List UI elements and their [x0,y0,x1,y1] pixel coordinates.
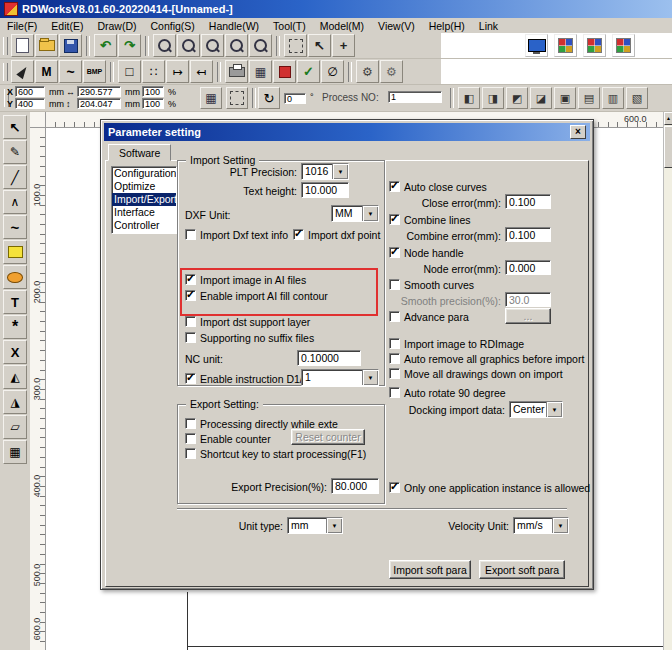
x-position-field[interactable]: 290.577 [77,86,121,97]
save-file-icon[interactable] [59,34,82,57]
layer-colors-icon-3[interactable] [612,34,635,57]
redo-icon[interactable]: ↷ [118,34,141,57]
check-data-icon[interactable]: ✓ [297,60,320,83]
nc-unit-field[interactable]: 0.10000 [297,350,361,366]
export-precision-field[interactable]: 80.000 [331,478,379,494]
dropdown-arrow-icon[interactable]: ▼ [362,370,378,385]
zoom-window-icon[interactable] [201,34,224,57]
checkbox-shortcut-f1[interactable]: Shortcut key to start processing(F1) [185,447,366,460]
nav-item-configuration[interactable]: Configuration [112,167,176,180]
scroll-up-icon[interactable]: ▲ [664,112,672,125]
dropdown-arrow-icon[interactable]: ▼ [326,518,342,533]
text-style-icon[interactable]: M [35,60,58,83]
checkbox-import-dxf-text[interactable]: Import Dxf text info [185,228,288,241]
print-icon[interactable] [225,60,248,83]
line-tool[interactable]: ╱ [3,165,27,189]
node-error-field[interactable]: 0.000 [505,260,551,275]
checkbox-import-image-ai[interactable]: Import image in AI files [185,273,306,286]
zoom-in-icon[interactable] [177,34,200,57]
zoom-out-icon[interactable] [153,34,176,57]
scrollbar-thumb[interactable] [664,126,672,168]
dropdown-arrow-icon[interactable]: ▼ [362,206,378,221]
unit-type-select[interactable]: mm ▼ [287,517,343,534]
rotate-icon[interactable]: ↻ [258,87,280,109]
rect-outline-icon[interactable]: □ [118,60,141,83]
bmp-tool-icon[interactable]: BMP [83,60,106,83]
import-soft-para-button[interactable]: Import soft para [389,560,471,579]
preview-grid-icon[interactable]: ▦ [249,60,272,83]
stretch-left-icon[interactable]: ↤ [190,60,213,83]
ellipse-tool[interactable] [3,265,27,289]
close-error-field[interactable]: 0.100 [505,194,551,209]
distribute-h-icon[interactable]: ▤ [578,87,600,109]
lock-x-icon[interactable]: ↔ [66,87,75,98]
y-scale-field[interactable]: 100 [142,98,164,109]
dxf-unit-select[interactable]: MM ▼ [331,205,379,222]
curve-tool[interactable]: ~ [3,215,27,239]
menu-link[interactable]: Link [472,20,505,32]
undo-icon[interactable]: ↶ [94,34,117,57]
checkbox-single-instance[interactable]: Only one application instance is allowed [389,481,590,494]
node-edit-tool[interactable]: ✎ [3,140,27,164]
text-height-field[interactable]: 10.000 [301,182,349,198]
open-file-icon[interactable] [35,34,58,57]
checkbox-auto-close[interactable]: Auto close curves [389,180,487,193]
combine-error-field[interactable]: 0.100 [505,227,551,242]
measure-icon[interactable]: + [332,34,355,57]
checkbox-advance-para[interactable]: Advance para [389,310,469,323]
laser-mark-icon[interactable] [273,60,296,83]
delete-tool[interactable]: X [3,340,27,364]
checkbox-enable-d1d2[interactable]: Enable instruction D1/D2 [185,372,316,385]
checkbox-import-dxf-point[interactable]: Import dxf point [293,228,380,241]
toolbar-grip[interactable] [3,37,8,55]
checkbox-remove-all-graphics[interactable]: Auto remove all graphics before import [389,352,584,365]
offset-tool[interactable]: ▱ [3,415,27,439]
text-tool[interactable]: T [3,290,27,314]
process-no-field[interactable]: 1 [388,91,442,103]
checkbox-auto-rotate-90[interactable]: Auto rotate 90 degree [389,386,506,399]
zoom-all-icon[interactable] [225,34,248,57]
velocity-unit-select[interactable]: mm/s ▼ [513,517,569,534]
distribute-v-icon[interactable]: ▥ [602,87,624,109]
pick-arrow-icon[interactable]: ↖ [308,34,331,57]
nav-item-interface[interactable]: Interface [112,206,176,219]
toolbar-grip[interactable] [3,63,8,81]
lock-y-icon[interactable]: ↕ [66,99,71,110]
dropdown-arrow-icon[interactable]: ▼ [546,402,562,417]
nav-item-import-export[interactable]: Import/Export [112,193,176,206]
x-scale-field[interactable]: 100 [142,86,164,97]
menu-config[interactable]: Config(S) [144,20,202,32]
menu-view[interactable]: View(V) [371,20,422,32]
menu-help[interactable]: Help(H) [422,20,472,32]
frame-preview-button[interactable] [226,87,248,109]
mirror-horizontal-tool[interactable]: ◮ [3,390,27,414]
menu-file[interactable]: File(F) [0,20,44,32]
checkbox-import-rdimage[interactable]: Import image to RDImage [389,337,524,350]
menu-tool[interactable]: Tool(T) [266,20,313,32]
close-icon[interactable]: × [570,125,586,139]
select-frame-icon[interactable] [284,34,307,57]
align-bottom-icon[interactable]: ◪ [530,87,552,109]
checkbox-enable-ai-fill-contour[interactable]: Enable import AI fill contour [185,289,328,302]
vertical-scrollbar[interactable]: ▲ [663,112,672,650]
checkbox-smooth-curves[interactable]: Smooth curves [389,278,474,291]
stretch-right-icon[interactable]: ↦ [166,60,189,83]
layer-colors-icon-2[interactable] [583,34,606,57]
polyline-tool[interactable]: ∧ [3,190,27,214]
node-array-icon[interactable]: ∷ [142,60,165,83]
align-center-icon[interactable]: ▣ [554,87,576,109]
checkbox-no-suffix[interactable]: Supporting no suffix files [185,331,314,344]
menu-draw[interactable]: Draw(D) [90,20,143,32]
zoom-select-icon[interactable] [249,34,272,57]
y-position-field[interactable]: 204.047 [77,98,121,109]
checkbox-move-drawings-down[interactable]: Move all drawings down on import [389,367,563,380]
system-config-icon[interactable]: ⚙ [380,60,403,83]
x-size-field[interactable]: 600 [15,86,45,97]
select-tool[interactable]: ↖ [3,115,27,139]
array-tool[interactable]: ▦ [3,440,27,464]
dropdown-arrow-icon[interactable]: ▼ [332,164,348,179]
pen-nib-icon[interactable] [11,60,34,83]
nav-item-optimize[interactable]: Optimize [112,180,176,193]
y-size-field[interactable]: 400 [15,98,45,109]
docking-select[interactable]: Center ▼ [509,401,563,418]
